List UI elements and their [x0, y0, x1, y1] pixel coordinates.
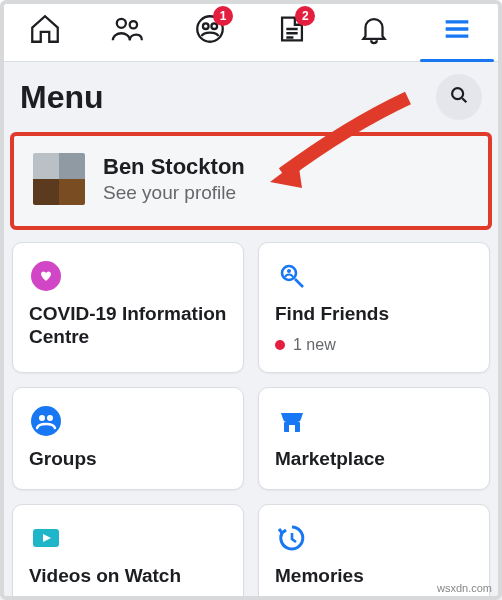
bell-icon: [357, 12, 391, 50]
card-title: Groups: [29, 448, 227, 471]
svg-point-10: [39, 415, 45, 421]
nav-friends[interactable]: [86, 0, 168, 61]
profile-text: Ben Stockton See your profile: [103, 154, 245, 204]
top-nav: 1 2: [0, 0, 502, 62]
nav-news[interactable]: 2: [251, 0, 333, 61]
svg-point-1: [130, 21, 137, 28]
shortcut-grid: COVID-19 Information Centre Find Friends…: [0, 242, 502, 600]
card-title: Marketplace: [275, 448, 473, 471]
card-sub: 1 new: [275, 336, 473, 354]
card-videos[interactable]: Videos on Watch: [12, 504, 244, 600]
search-button[interactable]: [436, 74, 482, 120]
profile-subtitle: See your profile: [103, 182, 245, 204]
avatar: [33, 153, 85, 205]
svg-point-0: [117, 18, 126, 27]
card-title: Find Friends: [275, 303, 473, 326]
svg-point-9: [31, 406, 61, 436]
notification-dot-icon: [275, 340, 285, 350]
watch-icon: [29, 521, 63, 555]
nav-menu[interactable]: [416, 0, 498, 61]
news-badge: 2: [295, 6, 315, 26]
find-friends-icon: [275, 259, 309, 293]
hamburger-icon: [440, 12, 474, 50]
card-covid[interactable]: COVID-19 Information Centre: [12, 242, 244, 373]
card-title: COVID-19 Information Centre: [29, 303, 227, 349]
svg-point-3: [203, 23, 209, 29]
menu-header: Menu: [0, 62, 502, 126]
profile-name: Ben Stockton: [103, 154, 245, 180]
svg-rect-13: [289, 425, 295, 432]
groups-badge: 1: [213, 6, 233, 26]
memories-icon: [275, 521, 309, 555]
card-marketplace[interactable]: Marketplace: [258, 387, 490, 490]
svg-point-11: [47, 415, 53, 421]
nav-home[interactable]: [4, 0, 86, 61]
svg-point-8: [287, 269, 291, 273]
friends-icon: [110, 12, 144, 50]
card-sub-text: 1 new: [293, 336, 336, 354]
card-groups[interactable]: Groups: [12, 387, 244, 490]
heart-shield-icon: [29, 259, 63, 293]
content-area: Menu Ben Stockton See your profile COVID…: [0, 62, 502, 600]
marketplace-icon: [275, 404, 309, 438]
card-find-friends[interactable]: Find Friends 1 new: [258, 242, 490, 373]
profile-card[interactable]: Ben Stockton See your profile: [12, 134, 490, 228]
nav-groups[interactable]: 1: [169, 0, 251, 61]
card-title: Videos on Watch: [29, 565, 227, 588]
groups-circle-icon: [29, 404, 63, 438]
page-title: Menu: [20, 79, 104, 116]
svg-point-5: [452, 88, 463, 99]
nav-notifications[interactable]: [333, 0, 415, 61]
search-icon: [448, 84, 470, 110]
watermark: wsxdn.com: [437, 582, 492, 594]
home-icon: [28, 12, 62, 50]
